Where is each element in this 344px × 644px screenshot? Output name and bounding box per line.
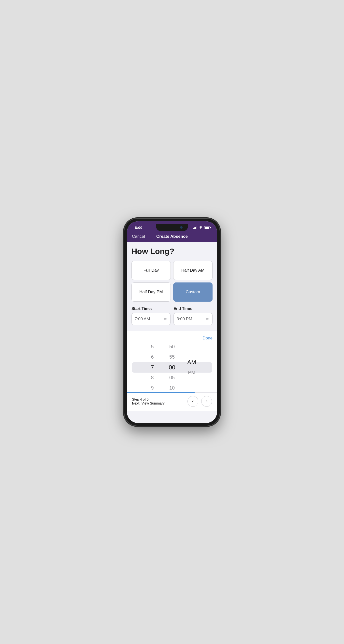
nav-bar: Cancel Create Absence bbox=[127, 232, 217, 242]
end-time-value: 3:00 PM bbox=[177, 316, 192, 322]
picker-hour-9: 9 bbox=[143, 383, 162, 392]
picker-container[interactable]: 4 5 6 7 8 9 10 45 50 55 00 05 bbox=[127, 343, 217, 392]
notch bbox=[156, 224, 188, 231]
chevron-left-icon: ‹ bbox=[192, 399, 194, 404]
front-camera bbox=[180, 226, 183, 229]
picker-period-am: AM bbox=[182, 357, 201, 368]
nav-arrows: ‹ › bbox=[187, 396, 212, 407]
picker-min-50: 50 bbox=[162, 343, 182, 352]
done-button[interactable]: Done bbox=[202, 334, 213, 343]
signal-bar-4 bbox=[197, 226, 197, 229]
battery-icon bbox=[204, 226, 210, 229]
nav-title: Create Absence bbox=[152, 234, 192, 239]
content-section: How Long? Full Day Half Day AM Half Day … bbox=[127, 242, 217, 331]
picker-hour-5: 5 bbox=[143, 343, 162, 352]
signal-bar-3 bbox=[195, 227, 196, 229]
start-time-input[interactable]: 7:00 AM ✏ bbox=[131, 313, 171, 325]
duration-btn-full-day[interactable]: Full Day bbox=[131, 261, 171, 280]
done-row: Done bbox=[127, 331, 217, 343]
status-time: 8:00 bbox=[135, 226, 142, 230]
picker-hour-7: 7 bbox=[143, 362, 162, 372]
picker-min-10: 10 bbox=[162, 383, 182, 392]
picker-section[interactable]: 4 5 6 7 8 9 10 45 50 55 00 05 bbox=[127, 343, 217, 392]
picker-hour-6: 6 bbox=[143, 352, 162, 362]
phone-screen: 8:00 Cancel Cr bbox=[127, 221, 217, 423]
picker-period-pm: PM bbox=[182, 368, 201, 378]
end-time-edit-icon: ✏ bbox=[206, 317, 209, 321]
start-time-edit-icon: ✏ bbox=[164, 317, 167, 321]
end-time-label: End Time: bbox=[173, 306, 213, 311]
duration-btn-custom[interactable]: Custom bbox=[173, 282, 213, 302]
end-time-input[interactable]: 3:00 PM ✏ bbox=[173, 313, 213, 325]
chevron-right-icon: › bbox=[206, 399, 207, 404]
picker-min-00: 00 bbox=[162, 362, 182, 372]
picker-minute-column[interactable]: 45 50 55 00 05 10 15 bbox=[162, 343, 182, 392]
duration-btn-half-day-am[interactable]: Half Day AM bbox=[173, 261, 213, 280]
picker-min-55: 55 bbox=[162, 352, 182, 362]
picker-hour-column[interactable]: 4 5 6 7 8 9 10 bbox=[143, 343, 162, 392]
signal-bar-1 bbox=[193, 228, 194, 229]
duration-btn-half-day-pm[interactable]: Half Day PM bbox=[131, 282, 171, 302]
page-title: How Long? bbox=[131, 247, 213, 256]
picker-hour-8: 8 bbox=[143, 372, 162, 383]
step-info: Step 4 of 5 Next: View Summary bbox=[132, 398, 165, 405]
step-next: Next: View Summary bbox=[132, 401, 165, 405]
phone-frame: 8:00 Cancel Cr bbox=[124, 218, 220, 426]
step-label: Step 4 of 5 bbox=[132, 398, 165, 401]
next-page: View Summary bbox=[142, 401, 165, 405]
status-icons bbox=[193, 226, 210, 230]
next-label: Next: bbox=[132, 401, 141, 405]
start-time-label: Start Time: bbox=[131, 306, 171, 311]
end-time-group: End Time: 3:00 PM ✏ bbox=[173, 306, 213, 325]
signal-bars bbox=[193, 226, 197, 229]
duration-grid: Full Day Half Day AM Half Day PM Custom bbox=[131, 261, 213, 302]
wifi-icon bbox=[199, 226, 203, 230]
next-button[interactable]: › bbox=[201, 396, 212, 407]
prev-button[interactable]: ‹ bbox=[187, 396, 198, 407]
signal-bar-2 bbox=[194, 228, 195, 229]
picker-min-05: 05 bbox=[162, 372, 182, 383]
bottom-nav: Step 4 of 5 Next: View Summary ‹ › bbox=[127, 393, 217, 411]
cancel-button[interactable]: Cancel bbox=[132, 234, 152, 239]
battery-fill bbox=[205, 227, 209, 229]
start-time-value: 7:00 AM bbox=[135, 316, 150, 322]
picker-period-column[interactable]: AM PM bbox=[182, 343, 201, 392]
main-content: How Long? Full Day Half Day AM Half Day … bbox=[127, 242, 217, 423]
time-section: Start Time: 7:00 AM ✏ End Time: 3:00 PM … bbox=[131, 306, 213, 325]
start-time-group: Start Time: 7:00 AM ✏ bbox=[131, 306, 171, 325]
